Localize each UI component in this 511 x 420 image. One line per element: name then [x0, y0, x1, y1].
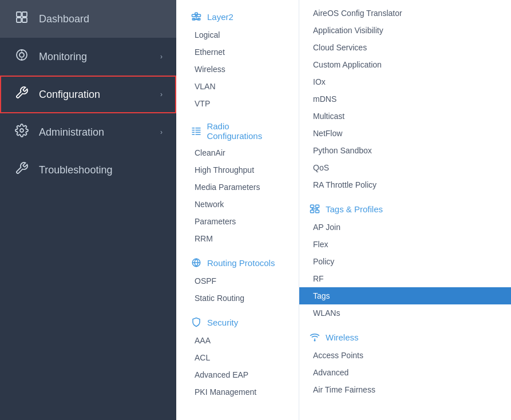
menu-item-media-parameters[interactable]: Media Parameters [176, 179, 299, 196]
sidebar-item-label: Monitoring [39, 51, 151, 63]
menu-item-wireless[interactable]: Wireless [176, 61, 299, 78]
svg-rect-29 [311, 205, 314, 208]
menu-item-logical[interactable]: Logical [176, 26, 299, 43]
sidebar-item-administration[interactable]: Administration › [0, 113, 176, 151]
tags-profiles-header: Tags & Profiles [299, 197, 511, 219]
main-content: Layer2 Logical Ethernet Wireless VLAN VT… [176, 0, 511, 420]
menu-item-ospf[interactable]: OSPF [176, 272, 299, 290]
svg-rect-12 [197, 14, 201, 17]
administration-icon [14, 124, 30, 141]
routing-protocols-label: Routing Protocols [207, 258, 275, 268]
sidebar-item-configuration[interactable]: Configuration › [0, 76, 176, 113]
menu-item-custom-application[interactable]: Custom Application [299, 56, 511, 73]
menu-item-air-time-fairness[interactable]: Air Time Fairness [299, 381, 511, 398]
menu-item-parameters[interactable]: Parameters [176, 213, 299, 230]
menu-item-tags[interactable]: Tags [299, 287, 511, 304]
sidebar-item-label: Troubleshooting [39, 164, 163, 176]
sidebar-item-dashboard[interactable]: Dashboard [0, 0, 176, 38]
menu-item-network[interactable]: Network [176, 196, 299, 213]
radio-config-header: Radio Configurations [176, 116, 299, 144]
arrow-icon: › [160, 90, 163, 98]
menu-item-flex[interactable]: Flex [299, 236, 511, 253]
svg-rect-31 [311, 210, 314, 213]
svg-point-8 [20, 129, 23, 132]
menu-item-ap-join[interactable]: AP Join [299, 219, 511, 236]
menu-item-iox[interactable]: IOx [299, 73, 511, 90]
menu-item-policy[interactable]: Policy [299, 253, 511, 270]
svg-rect-0 [17, 12, 21, 17]
menu-item-access-points[interactable]: Access Points [299, 347, 511, 364]
wireless-icon [308, 331, 321, 343]
menu-item-rrm[interactable]: RRM [176, 230, 299, 247]
svg-rect-1 [22, 12, 27, 17]
menu-item-rf[interactable]: RF [299, 270, 511, 287]
wireless-label: Wireless [326, 332, 359, 342]
security-icon [190, 316, 203, 328]
menu-item-wlans[interactable]: WLANs [299, 304, 511, 322]
arrow-icon: › [160, 128, 163, 136]
security-header: Security [176, 310, 299, 332]
arrow-icon: › [160, 53, 163, 61]
menu-item-vtp[interactable]: VTP [176, 95, 299, 112]
svg-point-36 [314, 340, 315, 341]
menu-item-static-routing[interactable]: Static Routing [176, 290, 299, 307]
menu-item-ethernet[interactable]: Ethernet [176, 43, 299, 61]
sidebar-item-troubleshooting[interactable]: Troubleshooting [0, 151, 176, 189]
security-label: Security [207, 318, 238, 327]
menu-item-aireos-config-translator[interactable]: AireOS Config Translator [299, 5, 511, 22]
sidebar: Dashboard Monitoring › Configuration › [0, 0, 176, 420]
troubleshooting-icon [14, 161, 30, 179]
menu-item-pki-management[interactable]: PKI Management [176, 383, 299, 401]
wireless-header: Wireless [299, 325, 511, 347]
svg-rect-2 [17, 18, 21, 22]
sidebar-item-label: Administration [39, 126, 151, 138]
svg-rect-30 [316, 205, 319, 208]
menu-item-multicast[interactable]: Multicast [299, 108, 511, 125]
layer2-icon [190, 10, 203, 23]
routing-protocols-header: Routing Protocols [176, 251, 299, 272]
routing-protocols-icon [190, 256, 203, 269]
svg-rect-32 [316, 210, 319, 213]
sidebar-item-label: Configuration [39, 89, 151, 101]
menu-item-python-sandbox[interactable]: Python Sandbox [299, 142, 511, 159]
menu-item-advanced-eap[interactable]: Advanced EAP [176, 366, 299, 383]
layer2-header: Layer2 [176, 5, 299, 26]
menu-item-mdns[interactable]: mDNS [299, 90, 511, 108]
radio-config-label: Radio Configurations [207, 121, 285, 141]
tags-profiles-label: Tags & Profiles [326, 204, 383, 214]
interface-column: Layer2 Logical Ethernet Wireless VLAN VT… [176, 0, 299, 420]
menu-item-qos[interactable]: QoS [299, 159, 511, 176]
dashboard-icon [14, 10, 30, 27]
svg-point-5 [19, 53, 24, 57]
menu-item-cloud-services[interactable]: Cloud Services [299, 39, 511, 56]
monitoring-icon [14, 48, 30, 65]
configuration-icon [14, 86, 30, 103]
menu-item-vlan[interactable]: VLAN [176, 78, 299, 95]
menu-item-netflow[interactable]: NetFlow [299, 125, 511, 142]
menu-item-high-throughput[interactable]: High Throughput [176, 161, 299, 179]
menu-item-ra-throttle-policy[interactable]: RA Throttle Policy [299, 176, 511, 193]
menu-item-cleanair[interactable]: CleanAir [176, 144, 299, 161]
svg-rect-3 [22, 18, 27, 22]
tags-profiles-icon [308, 203, 321, 215]
menu-item-acl[interactable]: ACL [176, 349, 299, 366]
menu-item-application-visibility[interactable]: Application Visibility [299, 22, 511, 39]
services-column: AireOS Config Translator Application Vis… [299, 0, 511, 420]
menu-item-aaa[interactable]: AAA [176, 332, 299, 349]
layer2-label: Layer2 [207, 12, 233, 22]
sidebar-item-monitoring[interactable]: Monitoring › [0, 38, 176, 76]
sidebar-item-label: Dashboard [39, 13, 163, 25]
svg-rect-10 [192, 14, 196, 17]
menu-item-advanced[interactable]: Advanced [299, 364, 511, 381]
radio-config-icon [190, 125, 202, 137]
